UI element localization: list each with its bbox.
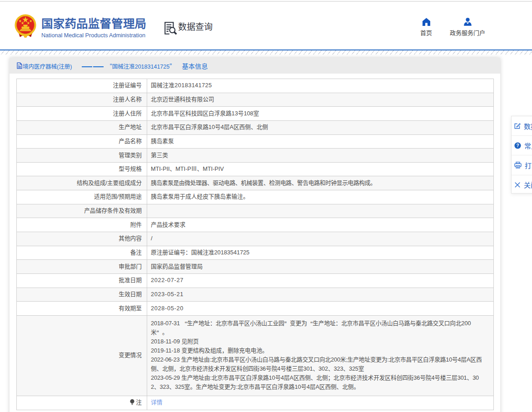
- svg-text:?: ?: [516, 143, 519, 148]
